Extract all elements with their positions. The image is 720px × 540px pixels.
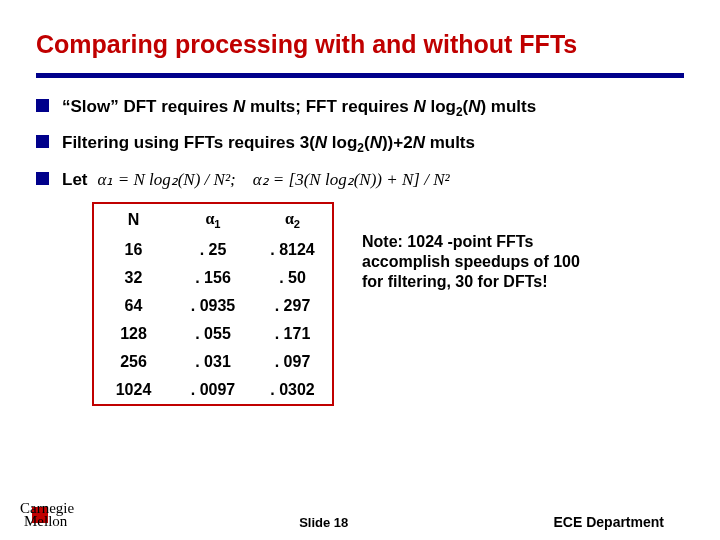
table-header-row: N α1 α2	[93, 203, 333, 236]
text: N	[315, 133, 327, 152]
cell: . 8124	[253, 236, 333, 264]
cell: . 156	[173, 264, 253, 292]
slide: Comparing processing with and without FF…	[0, 0, 720, 540]
note: Note: 1024 -point FFTs accomplish speedu…	[362, 232, 602, 292]
bullet-list: “Slow” DFT requires N mults; FFT require…	[36, 96, 684, 190]
table-row: 128. 055. 171	[93, 320, 333, 348]
text: 2	[357, 142, 364, 156]
table-row: 256. 031. 097	[93, 348, 333, 376]
footer: Carnegie Mellon Slide 18 ECE Department	[0, 500, 720, 530]
text: N	[233, 97, 245, 116]
text: mults; FFT requires	[245, 97, 413, 116]
text: 2	[456, 105, 463, 119]
bullet-3: Let α₁ = N log₂(N) / N²; α₂ = [3(N log₂(…	[36, 169, 684, 190]
text: α	[285, 210, 294, 227]
table-row: 32. 156. 50	[93, 264, 333, 292]
cell: . 055	[173, 320, 253, 348]
text: Let	[62, 169, 88, 190]
cell: . 25	[173, 236, 253, 264]
table-row: 1024. 0097. 0302	[93, 376, 333, 405]
bullet-2: Filtering using FFTs requires 3(N log2(N…	[36, 132, 684, 156]
table-body: 16. 25. 812432. 156. 5064. 0935. 297128.…	[93, 236, 333, 405]
cell: . 0935	[173, 292, 253, 320]
cell: . 031	[173, 348, 253, 376]
logo-text-2: Mellon	[24, 513, 67, 530]
cell: . 171	[253, 320, 333, 348]
slide-title: Comparing processing with and without FF…	[36, 30, 684, 59]
text: ) mults	[480, 97, 536, 116]
text: 2	[294, 218, 300, 230]
cmu-logo: Carnegie Mellon	[20, 500, 94, 530]
text: log	[426, 97, 456, 116]
department: ECE Department	[554, 514, 664, 530]
text: N	[370, 133, 382, 152]
cell: 32	[93, 264, 173, 292]
cell: 16	[93, 236, 173, 264]
text: N	[413, 97, 425, 116]
text: ))+2	[382, 133, 413, 152]
text: log	[327, 133, 357, 152]
table-row: 16. 25. 8124	[93, 236, 333, 264]
slide-number: Slide 18	[299, 515, 348, 530]
cell: . 0097	[173, 376, 253, 405]
cell: 1024	[93, 376, 173, 405]
title-rule	[36, 73, 684, 78]
cell: 64	[93, 292, 173, 320]
formula: α₁ = N log₂(N) / N²; α₂ = [3(N log₂(N)) …	[98, 169, 450, 190]
cell: . 0302	[253, 376, 333, 405]
col-alpha2: α2	[253, 203, 333, 236]
cell: 256	[93, 348, 173, 376]
note-label: Note:	[362, 233, 403, 250]
cell: . 097	[253, 348, 333, 376]
content-row: N α1 α2 16. 25. 812432. 156. 5064. 0935.…	[36, 202, 684, 406]
text: N	[468, 97, 480, 116]
text: “Slow” DFT requires	[62, 97, 233, 116]
table-row: 64. 0935. 297	[93, 292, 333, 320]
text: α	[205, 210, 214, 227]
cell: . 50	[253, 264, 333, 292]
bullet-1: “Slow” DFT requires N mults; FFT require…	[36, 96, 684, 120]
text: mults	[425, 133, 475, 152]
col-N: N	[93, 203, 173, 236]
cell: 128	[93, 320, 173, 348]
text: N	[413, 133, 425, 152]
text: 1	[214, 218, 220, 230]
cell: . 297	[253, 292, 333, 320]
col-alpha1: α1	[173, 203, 253, 236]
alpha-table: N α1 α2 16. 25. 812432. 156. 5064. 0935.…	[92, 202, 334, 406]
text: Filtering using FFTs requires 3(	[62, 133, 315, 152]
